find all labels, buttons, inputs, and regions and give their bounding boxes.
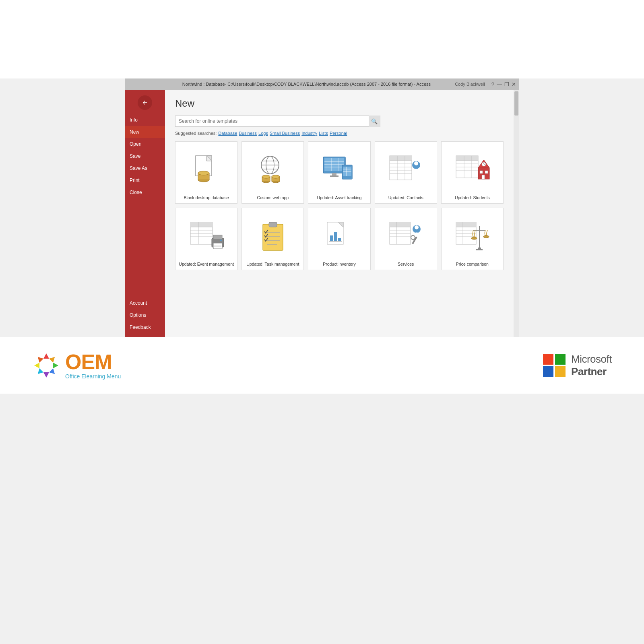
- app-window: Cody Blackwell Northwind : Database- C:\…: [125, 78, 519, 337]
- template-web[interactable]: Custom web app: [242, 141, 304, 204]
- svg-point-104: [483, 235, 489, 238]
- ms-microsoft-text: Microsoft: [571, 353, 612, 365]
- back-icon: [142, 99, 148, 106]
- template-students-label: Updated: Students: [455, 195, 490, 200]
- ms-sq-green: [555, 354, 566, 365]
- svg-point-91: [415, 225, 419, 229]
- svg-rect-66: [213, 235, 222, 239]
- oem-logo: OEM Office Elearning Menu: [32, 351, 121, 380]
- sidebar-item-print[interactable]: Print: [125, 174, 165, 186]
- svg-rect-105: [478, 248, 481, 249]
- svg-rect-43: [456, 156, 478, 161]
- svg-rect-84: [390, 222, 411, 227]
- suggested-business[interactable]: Business: [239, 131, 257, 136]
- svg-marker-107: [43, 353, 49, 359]
- template-price-icon: [445, 213, 500, 259]
- svg-rect-106: [476, 249, 483, 250]
- template-inventory-icon: [312, 213, 367, 259]
- svg-point-13: [262, 175, 270, 178]
- title-question[interactable]: ?: [491, 81, 494, 87]
- template-event[interactable]: Updated: Event management: [175, 208, 237, 270]
- sidebar-item-new[interactable]: New: [125, 126, 165, 138]
- suggested-smallbusiness[interactable]: Small Business: [270, 131, 300, 136]
- template-blank-label: Blank desktop database: [184, 195, 229, 200]
- close-button[interactable]: ✕: [512, 81, 516, 87]
- restore-button[interactable]: ❐: [504, 81, 509, 87]
- svg-rect-59: [190, 222, 213, 227]
- template-services[interactable]: Services: [375, 208, 437, 270]
- template-asset-label: Updated: Asset tracking: [317, 195, 362, 200]
- minimize-button[interactable]: —: [497, 81, 502, 87]
- svg-rect-25: [330, 175, 339, 177]
- svg-rect-54: [482, 175, 485, 179]
- template-services-label: Services: [398, 262, 414, 266]
- sidebar-bottom: Account Options Feedback: [125, 297, 165, 337]
- suggested-searches: Suggested searches: Database Business Lo…: [175, 131, 504, 136]
- template-web-label: Custom web app: [257, 195, 289, 200]
- search-input[interactable]: [175, 118, 369, 124]
- template-students[interactable]: Updated: Students: [441, 141, 504, 204]
- svg-point-41: [414, 161, 418, 165]
- top-area: [0, 0, 644, 78]
- sidebar-item-open[interactable]: Open: [125, 138, 165, 150]
- sidebar-item-save[interactable]: Save: [125, 150, 165, 162]
- suggested-logs[interactable]: Logs: [258, 131, 268, 136]
- template-task-label: Updated: Task management: [246, 262, 299, 266]
- sidebar-item-options[interactable]: Options: [125, 309, 165, 321]
- svg-point-103: [471, 237, 477, 239]
- search-button[interactable]: 🔍: [369, 116, 380, 127]
- oem-sub-text: Office Elearning Menu: [65, 373, 121, 380]
- template-web-icon: [245, 147, 300, 193]
- template-task-icon: [245, 213, 300, 259]
- ms-sq-blue: [543, 366, 553, 377]
- suggested-database[interactable]: Database: [218, 131, 237, 136]
- template-task[interactable]: Updated: Task management: [242, 208, 304, 270]
- template-price-label: Price comparison: [456, 262, 489, 266]
- title-bar-text: Northwind : Database- C:\Users\foulk\Des…: [158, 82, 455, 87]
- main-content: New 🔍 Suggested searches: Database Busin…: [165, 90, 514, 337]
- scrollbar-thumb[interactable]: [514, 91, 518, 116]
- svg-point-16: [272, 175, 280, 178]
- template-contacts-icon: [378, 147, 433, 193]
- ms-sq-yellow: [555, 366, 566, 377]
- ms-partner-text: Partner: [571, 365, 612, 378]
- template-inventory[interactable]: Product inventory: [308, 208, 370, 270]
- suggested-industry[interactable]: Industry: [301, 131, 317, 136]
- sidebar-item-account[interactable]: Account: [125, 297, 165, 309]
- template-asset-icon: [312, 147, 367, 193]
- oem-main-text: OEM: [65, 351, 121, 372]
- template-inventory-label: Product inventory: [323, 262, 356, 266]
- sidebar-item-saveas[interactable]: Save As: [125, 162, 165, 174]
- sidebar-item-close[interactable]: Close: [125, 186, 165, 198]
- template-blank-icon: [179, 147, 234, 193]
- svg-marker-114: [36, 355, 43, 363]
- suggested-lists[interactable]: Lists: [319, 131, 328, 136]
- scrollbar[interactable]: [514, 90, 519, 337]
- sidebar-item-feedback[interactable]: Feedback: [125, 321, 165, 333]
- template-contacts-label: Updated: Contacts: [388, 195, 423, 200]
- svg-point-93: [411, 235, 415, 239]
- svg-marker-113: [34, 363, 39, 368]
- svg-rect-24: [332, 173, 336, 175]
- template-price[interactable]: Price comparison: [441, 208, 504, 270]
- svg-marker-112: [36, 368, 43, 376]
- template-students-icon: [445, 147, 500, 193]
- sidebar-spacer: [125, 198, 165, 297]
- svg-rect-72: [269, 222, 277, 227]
- suggested-personal[interactable]: Personal: [330, 131, 347, 136]
- svg-rect-52: [480, 171, 483, 173]
- template-event-icon: [179, 213, 234, 259]
- ms-partner: Microsoft Partner: [543, 353, 612, 378]
- template-contacts[interactable]: Updated: Contacts: [375, 141, 437, 204]
- template-asset[interactable]: Updated: Asset tracking: [308, 141, 370, 204]
- back-button[interactable]: [138, 95, 152, 110]
- page-title: New: [175, 98, 504, 109]
- svg-rect-79: [330, 235, 333, 241]
- sidebar-item-info[interactable]: Info: [125, 114, 165, 126]
- search-bar: 🔍: [175, 116, 380, 127]
- svg-rect-67: [213, 243, 222, 249]
- template-blank[interactable]: Blank desktop database: [175, 141, 237, 204]
- oem-arrows-icon: [32, 351, 60, 380]
- svg-marker-109: [53, 363, 58, 368]
- oem-text-area: OEM Office Elearning Menu: [65, 351, 121, 380]
